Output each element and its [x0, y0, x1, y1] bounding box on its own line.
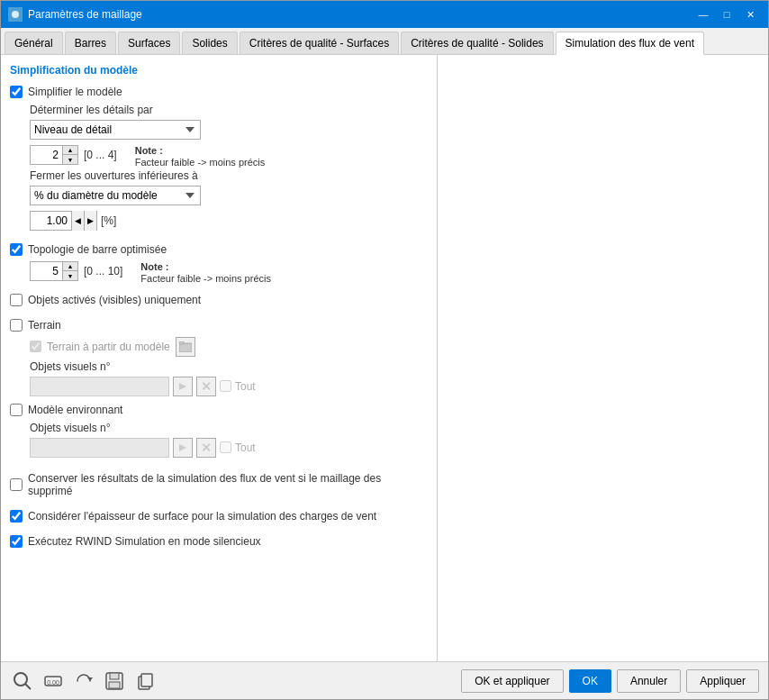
determine-details-dropdown[interactable]: Niveau de détail Taille absolue — [30, 120, 201, 140]
optimized-topology-row: Topologie de barre optimisée — [10, 243, 428, 256]
close-openings-label: Fermer les ouvertures inférieures à — [30, 169, 428, 182]
percent-input[interactable] — [31, 212, 71, 230]
terrain-clear-button[interactable]: ✕ — [196, 377, 216, 396]
modele-env-objects-label: Objets visuels n° — [30, 422, 428, 434]
simplify-model-checkbox[interactable] — [10, 86, 23, 98]
refresh-footer-icon[interactable] — [71, 668, 96, 694]
modele-env-tout-checkbox[interactable] — [220, 441, 231, 453]
window-title: Paramètres de maillage — [28, 8, 142, 21]
tab-barres[interactable]: Barres — [65, 32, 116, 54]
rwind-checkbox[interactable] — [10, 535, 23, 548]
terrain-select-icon-button[interactable] — [173, 377, 193, 396]
svg-marker-8 — [87, 677, 93, 681]
level-input[interactable] — [31, 146, 62, 164]
level-spinner-row: ▲ ▼ [0 ... 4] — [30, 145, 117, 165]
level-row: ▲ ▼ [0 ... 4] Note : Facteur faible -> m… — [30, 145, 428, 169]
level-down-button[interactable]: ▼ — [63, 155, 77, 164]
epaisseur-checkbox[interactable] — [10, 510, 23, 523]
svg-rect-11 — [109, 682, 120, 688]
rwind-row: Exécutez RWIND Simulation en mode silenc… — [10, 535, 428, 548]
level-note-text: Facteur faible -> moins précis — [135, 156, 266, 169]
ok-apply-button[interactable]: OK et appliquer — [461, 669, 563, 693]
terrain-objects-input[interactable] — [30, 377, 169, 396]
title-bar-controls: — □ ✕ — [692, 5, 761, 23]
tab-bar: Général Barres Surfaces Solides Critères… — [1, 28, 768, 55]
footer: 0.00 — [1, 661, 768, 699]
modele-env-objects-row: ✕ Tout — [30, 438, 428, 458]
copy-footer-icon[interactable] — [132, 668, 158, 694]
percent-next-button[interactable]: ▶ — [84, 211, 96, 231]
terrain-label: Terrain — [28, 319, 61, 332]
footer-buttons: OK et appliquer OK Annuler Appliquer — [461, 669, 759, 693]
modele-env-objects-input[interactable] — [30, 438, 169, 458]
topology-note-block: Note : Facteur faible -> moins précis — [140, 261, 271, 286]
cancel-button[interactable]: Annuler — [617, 669, 681, 693]
modele-env-clear-button[interactable]: ✕ — [196, 438, 216, 458]
tab-qualite-surfaces[interactable]: Critères de qualité - Surfaces — [240, 32, 399, 54]
svg-rect-3 — [179, 341, 184, 344]
optimized-topology-label: Topologie de barre optimisée — [28, 243, 167, 256]
close-button[interactable]: ✕ — [739, 5, 761, 23]
maximize-button[interactable]: □ — [716, 5, 737, 23]
level-spinner-section: ▲ ▼ [0 ... 4] — [30, 145, 117, 168]
conservation-label: Conserver les résultats de la simulation… — [28, 472, 428, 497]
terrain-objects-label: Objets visuels n° — [30, 360, 428, 373]
modele-env-tout-label: Tout — [235, 441, 256, 454]
minimize-button[interactable]: — — [692, 5, 714, 23]
epaisseur-label: Considérer l'épaisseur de surface pour l… — [28, 510, 376, 523]
save-footer-icon[interactable] — [102, 668, 127, 694]
window-icon — [8, 7, 23, 22]
terrain-tout-checkbox[interactable] — [220, 380, 231, 392]
topology-row: ▲ ▼ [0 ... 10] Note : Facteur faible -> … — [30, 261, 428, 286]
tab-general[interactable]: Général — [5, 32, 63, 54]
percent-spinner: ◀ ▶ — [30, 211, 97, 231]
svg-rect-13 — [141, 674, 152, 686]
tab-solides[interactable]: Solides — [182, 32, 237, 54]
tab-flux-vent[interactable]: Simulation des flux de vent — [556, 32, 704, 55]
level-spinner-buttons: ▲ ▼ — [62, 146, 77, 164]
left-panel: Simplification du modèle Simplifier le m… — [1, 55, 438, 661]
terrain-checkbox[interactable] — [10, 319, 23, 332]
level-note-label: Note : — [135, 145, 266, 156]
search-footer-icon[interactable] — [10, 668, 35, 694]
rwind-label: Exécutez RWIND Simulation en mode silenc… — [28, 535, 261, 548]
terrain-from-model-checkbox[interactable] — [30, 341, 41, 352]
epaisseur-row: Considérer l'épaisseur de surface pour l… — [10, 510, 428, 523]
topology-spinner-buttons: ▲ ▼ — [62, 262, 77, 280]
modele-environnant-checkbox[interactable] — [10, 404, 23, 416]
level-note-block: Note : Facteur faible -> moins précis — [135, 145, 266, 169]
topology-input[interactable] — [31, 262, 62, 280]
topology-note-text: Facteur faible -> moins précis — [140, 272, 271, 286]
optimized-topology-checkbox[interactable] — [10, 243, 23, 256]
determine-details-label: Déterminer les détails par — [30, 104, 428, 116]
topology-down-button[interactable]: ▼ — [63, 271, 77, 280]
svg-point-1 — [12, 11, 19, 18]
main-content: Simplification du modèle Simplifier le m… — [1, 55, 768, 661]
active-objects-checkbox[interactable] — [10, 294, 23, 306]
terrain-folder-button[interactable] — [176, 337, 195, 357]
title-bar: Paramètres de maillage — □ ✕ — [1, 1, 768, 28]
simplify-options: Déterminer les détails par Niveau de dét… — [30, 104, 428, 231]
conservation-checkbox[interactable] — [10, 478, 23, 491]
tab-qualite-solides[interactable]: Critères de qualité - Solides — [401, 32, 553, 54]
modele-env-options: Objets visuels n° ✕ Tout — [30, 422, 428, 458]
close-openings-dropdown[interactable]: % du diamètre du modèle Valeur absolue — [30, 186, 201, 205]
simplify-model-row: Simplifier le modèle — [10, 86, 428, 98]
simplify-model-label: Simplifier le modèle — [28, 86, 122, 98]
tab-surfaces[interactable]: Surfaces — [118, 32, 180, 54]
level-up-button[interactable]: ▲ — [63, 146, 77, 155]
main-window: Paramètres de maillage — □ ✕ Général Bar… — [0, 0, 769, 700]
apply-button[interactable]: Appliquer — [686, 669, 759, 693]
active-objects-label: Objets activés (visibles) uniquement — [28, 294, 201, 306]
percent-prev-button[interactable]: ◀ — [71, 211, 84, 231]
terrain-options: Terrain à partir du modèle Objets visuel… — [30, 337, 428, 396]
value-footer-icon[interactable]: 0.00 — [41, 668, 66, 694]
level-range: [0 ... 4] — [84, 149, 117, 161]
ok-button[interactable]: OK — [569, 669, 611, 693]
topology-spinner-row: ▲ ▼ [0 ... 10] — [30, 261, 122, 281]
modele-env-select-button[interactable] — [173, 438, 193, 458]
percent-row: ◀ ▶ [%] — [30, 211, 428, 231]
topology-range: [0 ... 10] — [84, 265, 122, 277]
modele-environnant-row: Modèle environnant — [10, 404, 428, 416]
topology-up-button[interactable]: ▲ — [63, 262, 77, 271]
